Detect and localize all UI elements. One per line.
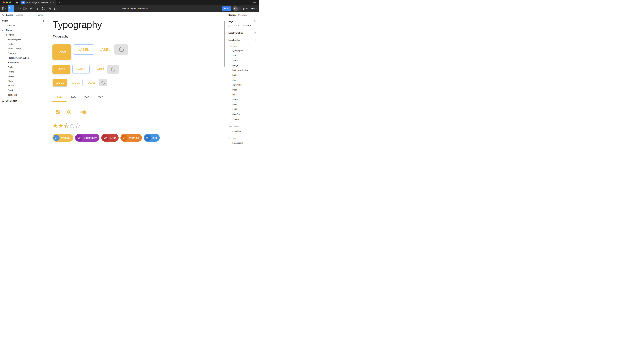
canvas-heading[interactable]: Typography <box>53 19 102 30</box>
button-large-outlined[interactable]: LABEL <box>73 44 94 55</box>
chip-info[interactable]: OP Info <box>144 134 160 142</box>
switch-thumb[interactable] <box>83 110 86 114</box>
page-item-floating-action-button[interactable]: Floating Action Button <box>0 56 47 60</box>
style-item-button[interactable]: button <box>226 74 259 77</box>
radio-selected[interactable] <box>67 110 71 114</box>
tab-design[interactable]: Design <box>228 14 236 16</box>
chip-warning[interactable]: OP Warning <box>120 134 142 142</box>
disclosure-triangle-icon[interactable] <box>230 70 230 71</box>
window-zoom-button[interactable] <box>9 2 11 4</box>
button-large-loading[interactable] <box>114 44 128 55</box>
variables-icon[interactable] <box>254 32 256 34</box>
style-item-menu[interactable]: menu <box>226 98 259 101</box>
page-item-rating[interactable]: Rating <box>0 65 47 69</box>
pen-tool-button[interactable] <box>28 5 35 12</box>
button-small-text[interactable]: LABEL <box>86 79 97 86</box>
move-tool-button[interactable] <box>8 5 14 12</box>
disclosure-triangle-icon[interactable] <box>230 94 230 95</box>
style-item-avatar[interactable]: avatar <box>226 59 259 62</box>
add-style-icon[interactable] <box>254 39 256 41</box>
disclosure-triangle-icon[interactable] <box>230 104 230 105</box>
tab-item-2[interactable]: TAB <box>66 93 80 101</box>
button-medium-text[interactable]: LABEL <box>94 65 106 74</box>
button-small-outlined[interactable]: LABEL <box>69 79 83 86</box>
page-item-inputs[interactable]: Inputs <box>0 32 47 37</box>
style-item-datePicker[interactable]: datePicker <box>226 83 259 87</box>
disclosure-triangle-icon[interactable] <box>230 84 230 86</box>
button-small-loading[interactable] <box>99 79 108 86</box>
comment-tool-button[interactable] <box>53 5 58 12</box>
style-item-tooltip[interactable]: tooltip <box>226 108 259 111</box>
tab-item-1[interactable]: TAB <box>52 93 66 101</box>
actions-tool-button[interactable] <box>41 5 46 12</box>
page-selector[interactable]: Theme <box>36 14 45 16</box>
star-half-icon[interactable] <box>64 123 69 128</box>
disclosure-triangle-icon[interactable] <box>230 109 230 110</box>
disclosure-triangle-icon[interactable] <box>230 75 230 76</box>
page-item-select[interactable]: Select <box>0 74 47 79</box>
button-medium-loading[interactable] <box>108 65 119 74</box>
hand-tool-button[interactable] <box>47 5 52 12</box>
dev-mode-toggle[interactable] <box>233 7 241 11</box>
new-tab-button[interactable] <box>59 2 60 4</box>
tab-prototype[interactable]: Prototype <box>238 14 248 16</box>
share-button[interactable]: Share <box>222 7 231 11</box>
style-item-badge[interactable]: badge <box>226 64 259 67</box>
color-swatch[interactable] <box>228 25 231 27</box>
star-full-icon[interactable] <box>58 123 64 128</box>
style-item-chip[interactable]: chip <box>226 78 259 82</box>
page-item-text-field[interactable]: Text Field <box>0 92 47 97</box>
present-button[interactable] <box>243 8 248 10</box>
add-page-icon[interactable] <box>42 20 44 22</box>
star-full-icon[interactable] <box>52 123 58 128</box>
page-color-opacity[interactable]: 100% <box>243 25 248 27</box>
chip-error[interactable]: OP Error <box>101 134 119 142</box>
eye-closed-icon[interactable] <box>248 25 251 27</box>
button-medium-outlined[interactable]: LABEL <box>72 65 90 74</box>
page-item-stack[interactable]: Stack <box>0 88 47 92</box>
disclosure-triangle-icon[interactable] <box>230 60 230 61</box>
page-item-overview[interactable]: Overview <box>0 23 47 28</box>
star-empty-icon[interactable] <box>69 123 75 128</box>
home-button[interactable] <box>14 0 20 5</box>
text-tool-button[interactable] <box>35 5 40 12</box>
disclosure-triangle-icon[interactable] <box>230 99 230 100</box>
frame-tool-button[interactable] <box>15 5 22 12</box>
button-large-text[interactable]: LABEL <box>98 44 112 55</box>
disclosure-triangle-icon[interactable] <box>230 79 230 81</box>
page-color-hex[interactable]: F3F4F6 <box>232 25 239 27</box>
page-color-row[interactable]: F3F4F6 100% <box>226 24 259 28</box>
page-item-slider[interactable]: Slider <box>0 79 47 83</box>
style-item-breakpoints[interactable]: breakpoints <box>226 141 259 145</box>
style-item-input[interactable]: input <box>226 88 259 91</box>
page-item-button[interactable]: Button <box>0 42 47 46</box>
chip-primary[interactable]: OP Primary <box>52 134 73 142</box>
disclosure-triangle-icon[interactable] <box>230 65 230 66</box>
star-empty-icon[interactable] <box>75 123 80 128</box>
style-item-list[interactable]: list <box>226 93 259 96</box>
main-menu-button[interactable] <box>1 5 8 12</box>
disclosure-triangle-icon[interactable] <box>230 114 230 115</box>
chevron-down-icon[interactable] <box>246 8 248 9</box>
page-item-theme[interactable]: Theme <box>0 28 47 32</box>
file-tab[interactable]: MUI for Figma - Material UI <box>20 0 56 5</box>
canvas-subheading[interactable]: Typography <box>53 35 68 38</box>
disclosure-triangle-icon[interactable] <box>230 142 230 144</box>
design-canvas[interactable]: Typography Typography Label LABEL LABEL … <box>47 12 226 145</box>
zoom-menu[interactable]: 163% <box>250 8 257 10</box>
button-medium-contained[interactable]: LABEL <box>52 65 70 74</box>
page-item-radio-group[interactable]: Radio Group <box>0 60 47 65</box>
rating-stars[interactable] <box>52 123 80 128</box>
page-item-autocomplete[interactable]: Autocomplete <box>0 37 47 42</box>
style-item-library[interactable]: _library <box>226 118 259 121</box>
window-minimize-button[interactable] <box>6 2 8 4</box>
variable-modes-icon[interactable] <box>254 20 256 23</box>
disclosure-triangle-icon[interactable] <box>230 119 230 120</box>
disclosure-triangle-icon[interactable] <box>230 50 230 51</box>
page-item-button-group[interactable]: Button Group <box>0 46 47 51</box>
page-item-switch[interactable]: Switch <box>0 83 47 88</box>
local-variables-section[interactable]: Local variables <box>226 31 259 35</box>
style-item-bottomNavigation[interactable]: bottomNavigation <box>226 69 259 72</box>
tab-layers[interactable]: Layers <box>6 14 13 16</box>
style-item-elevation[interactable]: elevation <box>226 129 259 133</box>
